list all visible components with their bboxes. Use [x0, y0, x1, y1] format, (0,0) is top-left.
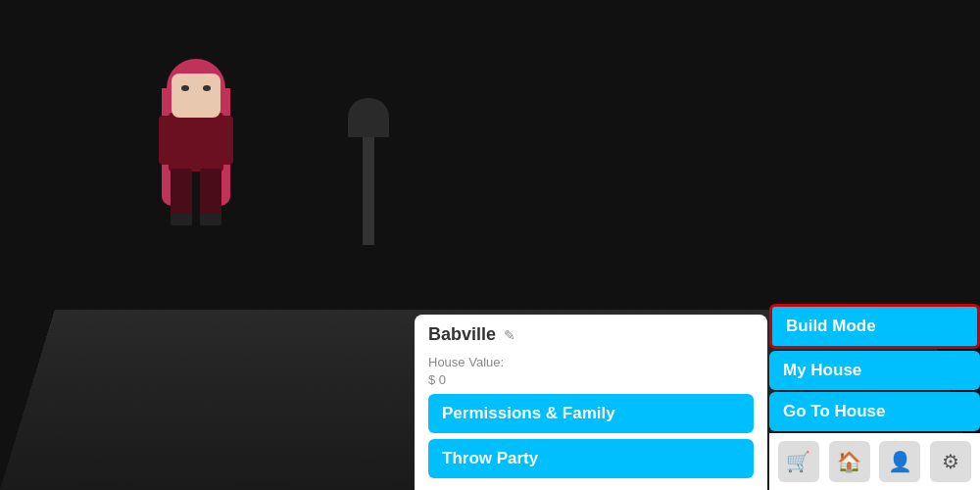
- person-icon: 👤: [888, 450, 912, 473]
- house-name: Babville: [428, 324, 496, 345]
- edit-icon[interactable]: ✎: [504, 327, 515, 343]
- build-mode-button[interactable]: Build Mode: [769, 304, 980, 349]
- char-eye-right: [203, 85, 211, 91]
- go-to-house-button[interactable]: Go To House: [769, 392, 980, 431]
- character: [157, 59, 235, 235]
- mailbox-post: [363, 127, 374, 245]
- char-arm-left: [159, 116, 172, 165]
- house-value: $ 0: [428, 372, 446, 387]
- house-value-line: House Value: $ 0: [428, 353, 754, 388]
- mailbox-head: [348, 98, 389, 137]
- bottom-icons-row: 🛒 🏠 👤 ⚙: [769, 433, 980, 490]
- house-card: Babville ✎ House Value: $ 0 Permissions …: [415, 315, 767, 490]
- shopping-cart-icon: 🛒: [786, 450, 810, 473]
- person-button[interactable]: 👤: [879, 441, 920, 482]
- house-card-header: Babville ✎: [428, 324, 754, 345]
- char-arm-right: [220, 116, 233, 165]
- right-panel: Build Mode My House Go To House 🛒 🏠 👤 ⚙: [769, 304, 980, 490]
- settings-icon: ⚙: [942, 450, 959, 473]
- char-eye-left: [181, 85, 189, 91]
- house-icon: 🏠: [837, 450, 861, 473]
- settings-button[interactable]: ⚙: [930, 441, 971, 482]
- char-foot-left: [171, 214, 192, 225]
- throw-party-button[interactable]: Throw Party: [428, 439, 754, 478]
- char-leg-right: [200, 169, 221, 218]
- my-house-button[interactable]: My House: [769, 351, 980, 390]
- char-head: [172, 74, 220, 118]
- char-leg-left: [171, 169, 192, 218]
- char-body: [169, 113, 223, 172]
- house-button[interactable]: 🏠: [829, 441, 870, 482]
- house-value-label: House Value:: [428, 355, 504, 369]
- char-foot-right: [200, 214, 221, 225]
- ui-panel: Babville ✎ House Value: $ 0 Permissions …: [415, 304, 980, 490]
- permissions-family-button[interactable]: Permissions & Family: [428, 394, 754, 433]
- shopping-cart-button[interactable]: 🛒: [778, 441, 819, 482]
